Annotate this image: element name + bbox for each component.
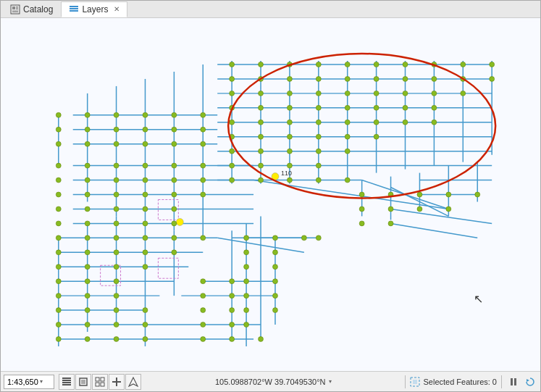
svg-point-137 xyxy=(259,149,264,154)
svg-point-253 xyxy=(316,235,321,241)
grid-button[interactable] xyxy=(92,374,108,390)
svg-point-156 xyxy=(56,127,61,132)
svg-point-149 xyxy=(345,178,350,183)
svg-point-265 xyxy=(259,336,264,341)
svg-point-181 xyxy=(85,192,90,197)
svg-point-246 xyxy=(201,322,206,328)
svg-point-136 xyxy=(230,149,235,154)
tab-catalog[interactable]: Catalog xyxy=(2,1,61,17)
svg-point-141 xyxy=(230,163,235,168)
svg-point-83 xyxy=(176,218,183,225)
svg-point-205 xyxy=(143,250,148,255)
svg-point-182 xyxy=(114,192,119,197)
svg-point-251 xyxy=(272,235,277,241)
svg-point-166 xyxy=(172,141,177,146)
svg-point-206 xyxy=(172,250,177,255)
svg-point-208 xyxy=(85,264,90,270)
svg-rect-284 xyxy=(514,378,516,385)
svg-point-128 xyxy=(403,120,408,125)
navigate-button[interactable] xyxy=(125,374,141,390)
svg-point-89 xyxy=(345,62,350,67)
svg-point-169 xyxy=(85,163,90,168)
svg-point-204 xyxy=(114,250,119,255)
zoom-in-button[interactable] xyxy=(59,374,75,390)
scale-selector[interactable]: 1:43,650 ▾ xyxy=(4,375,54,389)
select-button[interactable] xyxy=(75,374,91,390)
coordinates-text: 105.0988702°W 39.7049530°N xyxy=(215,378,326,386)
svg-point-117 xyxy=(316,105,321,110)
svg-point-97 xyxy=(287,76,292,81)
svg-rect-277 xyxy=(101,383,104,386)
coordinates-area: 105.0988702°W 39.7049530°N ▾ xyxy=(146,378,400,386)
svg-point-129 xyxy=(432,120,437,125)
svg-point-202 xyxy=(56,250,61,255)
svg-point-180 xyxy=(56,192,61,197)
svg-point-116 xyxy=(287,105,292,110)
svg-point-263 xyxy=(272,308,277,313)
pause-button[interactable] xyxy=(506,375,521,389)
svg-point-153 xyxy=(143,112,148,117)
map-area[interactable]: 110 xyxy=(1,18,540,371)
catalog-icon xyxy=(10,4,20,14)
coordinates-dropdown[interactable]: ▾ xyxy=(329,378,332,385)
svg-point-192 xyxy=(85,221,90,226)
svg-text:↖: ↖ xyxy=(474,293,483,305)
svg-point-262 xyxy=(244,308,249,313)
svg-point-194 xyxy=(143,221,148,226)
svg-point-225 xyxy=(56,336,61,341)
status-bar: 1:43,650 ▾ xyxy=(1,371,540,391)
selected-features-area: Selected Features: 0 xyxy=(410,377,497,387)
svg-point-218 xyxy=(85,308,90,313)
svg-point-241 xyxy=(230,279,235,284)
svg-point-91 xyxy=(403,62,408,67)
svg-point-147 xyxy=(287,178,292,183)
add-button[interactable] xyxy=(109,374,125,390)
svg-point-252 xyxy=(301,235,306,241)
svg-point-220 xyxy=(143,308,148,313)
svg-point-228 xyxy=(143,336,148,341)
svg-rect-279 xyxy=(112,381,121,383)
svg-point-247 xyxy=(230,322,235,328)
svg-point-110 xyxy=(374,91,379,96)
refresh-button[interactable] xyxy=(523,375,537,389)
svg-point-215 xyxy=(85,293,90,299)
svg-point-226 xyxy=(85,336,90,341)
svg-point-254 xyxy=(244,250,249,255)
svg-point-217 xyxy=(56,308,61,313)
svg-point-86 xyxy=(259,62,264,67)
zoom-in-icon xyxy=(62,377,72,387)
svg-point-144 xyxy=(316,163,321,168)
svg-point-118 xyxy=(345,105,350,110)
svg-point-88 xyxy=(316,62,321,67)
svg-point-145 xyxy=(230,178,235,183)
svg-point-188 xyxy=(114,207,119,212)
status-icons xyxy=(506,375,537,389)
svg-point-264 xyxy=(244,322,249,328)
svg-point-94 xyxy=(490,62,495,67)
svg-point-104 xyxy=(490,76,495,81)
svg-rect-274 xyxy=(96,378,99,381)
scale-value: 1:43,650 xyxy=(7,378,38,386)
separator-2 xyxy=(501,375,502,388)
svg-point-106 xyxy=(259,91,264,96)
svg-point-256 xyxy=(244,264,249,270)
svg-point-238 xyxy=(359,221,364,226)
svg-point-164 xyxy=(114,141,119,146)
svg-point-160 xyxy=(172,127,177,132)
tab-close-button[interactable]: ✕ xyxy=(114,6,119,13)
svg-point-85 xyxy=(230,62,235,67)
svg-point-261 xyxy=(272,293,277,299)
svg-point-177 xyxy=(143,178,148,183)
selected-features-label: Selected Features: 0 xyxy=(423,378,497,386)
svg-point-234 xyxy=(359,207,364,212)
svg-point-133 xyxy=(316,134,321,139)
svg-point-120 xyxy=(403,105,408,110)
svg-point-255 xyxy=(272,250,277,255)
svg-point-113 xyxy=(461,91,466,96)
map-svg: 110 xyxy=(1,18,540,371)
svg-point-102 xyxy=(432,76,437,81)
svg-point-199 xyxy=(143,235,148,241)
svg-point-105 xyxy=(230,91,235,96)
svg-point-146 xyxy=(259,178,264,183)
tab-layers[interactable]: Layers ✕ xyxy=(61,1,127,17)
